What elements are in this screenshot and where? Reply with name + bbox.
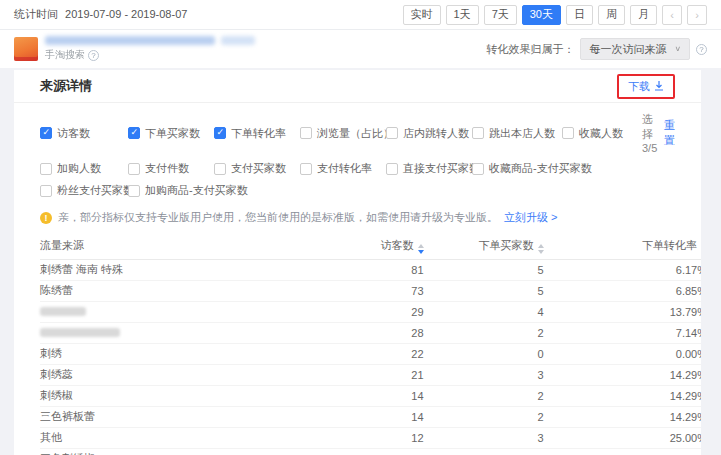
source-cell: 陈绣蕾	[40, 280, 340, 301]
checkbox-icon[interactable]	[562, 127, 574, 139]
column-order-conversion[interactable]: 下单转化率	[544, 233, 701, 259]
one-day-button[interactable]: 1天	[446, 5, 479, 25]
thirty-day-button[interactable]: 30天	[522, 5, 561, 25]
checkbox-label: 支付买家数	[231, 161, 286, 176]
warning-icon: !	[40, 212, 52, 224]
month-button[interactable]: 月	[630, 5, 657, 25]
source-cell-redacted	[40, 322, 340, 343]
metric-in-store-jumps[interactable]: 店内跳转人数	[386, 126, 472, 141]
checkbox-icon[interactable]	[40, 185, 52, 197]
metric-cart-adds[interactable]: 加购人数	[40, 161, 128, 176]
download-button[interactable]: 下载	[628, 79, 664, 94]
metric-fan-paid-buyers[interactable]: 粉丝支付买家数	[40, 183, 128, 198]
column-visitors[interactable]: 访客数	[340, 233, 423, 259]
selection-info: 选择 3/5 重置	[642, 112, 675, 154]
checkbox-icon[interactable]	[300, 127, 312, 139]
checkbox-label: 跳出本店人数	[489, 126, 555, 141]
buyers-cell: 3	[424, 427, 544, 448]
chevron-down-icon: ∨	[674, 45, 681, 53]
metric-row-1: 访客数 下单买家数 下单转化率 浏览量（占比） 店内跳转人数 跳出本店人数 收藏…	[40, 112, 675, 154]
visitors-cell: 21	[340, 364, 423, 385]
metric-order-conversion[interactable]: 下单转化率	[214, 126, 300, 141]
metric-paid-items[interactable]: 支付件数	[128, 161, 214, 176]
checkbox-icon[interactable]	[214, 163, 226, 175]
seven-day-button[interactable]: 7天	[484, 5, 517, 25]
source-cell: 刺绣椒	[40, 385, 340, 406]
product-info: 手淘搜索 ?	[14, 36, 255, 62]
metric-favorites[interactable]: 收藏人数	[562, 126, 642, 141]
visitors-cell: 22	[340, 343, 423, 364]
column-source: 流量来源	[40, 233, 340, 259]
day-button[interactable]: 日	[566, 5, 593, 25]
metric-pageviews-ratio[interactable]: 浏览量（占比）	[300, 126, 386, 141]
checkbox-icon[interactable]	[128, 127, 140, 139]
redacted-text-block	[45, 36, 215, 45]
source-cell: 刺绣	[40, 343, 340, 364]
prev-period-button[interactable]: ‹	[662, 5, 682, 25]
table-row: 刺绣 22 0 0.00%	[40, 343, 701, 364]
sort-icon[interactable]	[418, 244, 424, 254]
help-icon[interactable]: ?	[88, 50, 99, 61]
metric-direct-paid-buyers[interactable]: 直接支付买家数	[386, 161, 472, 176]
metric-visitors[interactable]: 访客数	[40, 126, 128, 141]
checkbox-icon[interactable]	[214, 127, 226, 139]
source-cell: 刺绣蕾 海南 特殊	[40, 259, 340, 280]
page-title: 来源详情	[40, 77, 92, 95]
card-header: 来源详情 下载	[14, 70, 701, 103]
checkbox-icon[interactable]	[128, 163, 140, 175]
upgrade-link[interactable]: 立刻升级 >	[504, 210, 557, 225]
source-cell: 三色裤板蕾	[40, 406, 340, 427]
checkbox-label: 店内跳转人数	[403, 126, 469, 141]
checkbox-label: 收藏商品-支付买家数	[489, 161, 592, 176]
metric-cart-item-paid-buyers[interactable]: 加购商品-支付买家数	[128, 183, 386, 198]
checkbox-icon[interactable]	[40, 163, 52, 175]
metric-paid-conversion[interactable]: 支付转化率	[300, 161, 386, 176]
metric-order-buyers[interactable]: 下单买家数	[128, 126, 214, 141]
sort-icon[interactable]	[538, 244, 544, 254]
reset-button[interactable]: 重置	[664, 118, 675, 148]
checkbox-label: 下单买家数	[145, 126, 200, 141]
visitors-cell: 28	[340, 322, 423, 343]
checkbox-label: 支付转化率	[317, 161, 372, 176]
source-cell: 三色刺绣椒	[40, 448, 340, 455]
buyers-cell: 0	[424, 448, 544, 455]
checkbox-icon[interactable]	[300, 163, 312, 175]
next-period-button[interactable]: ›	[687, 5, 707, 25]
rate-cell: 0.00%	[544, 448, 701, 455]
visitors-cell: 81	[340, 259, 423, 280]
checkbox-icon[interactable]	[386, 127, 398, 139]
buyers-cell: 4	[424, 301, 544, 322]
traffic-source-label: 手淘搜索	[45, 48, 85, 62]
column-order-buyers[interactable]: 下单买家数	[424, 233, 544, 259]
rate-cell: 14.29%	[544, 364, 701, 385]
checkbox-icon[interactable]	[128, 185, 140, 197]
metric-paid-buyers[interactable]: 支付买家数	[214, 161, 300, 176]
buyers-cell: 3	[424, 364, 544, 385]
week-button[interactable]: 周	[598, 5, 625, 25]
checkbox-label: 支付件数	[145, 161, 189, 176]
table-row: 28 2 7.14%	[40, 322, 701, 343]
checkbox-icon[interactable]	[386, 163, 398, 175]
rate-cell: 14.29%	[544, 406, 701, 427]
metric-selector: 访客数 下单买家数 下单转化率 浏览量（占比） 店内跳转人数 跳出本店人数 收藏…	[14, 103, 701, 207]
attribution-dropdown[interactable]: 每一次访问来源 ∨	[580, 38, 690, 60]
attribution-label: 转化效果归属于：	[486, 42, 574, 57]
date-range: 2019-07-09 - 2019-08-07	[65, 8, 187, 20]
visitors-cell: 14	[340, 385, 423, 406]
stat-time-bar: 统计时间 2019-07-09 - 2019-08-07 实时 1天 7天 30…	[0, 0, 721, 30]
checkbox-icon[interactable]	[472, 127, 484, 139]
realtime-button[interactable]: 实时	[403, 5, 441, 25]
metric-row-3: 粉丝支付买家数 加购商品-支付买家数	[40, 183, 675, 198]
visitors-cell: 29	[340, 301, 423, 322]
checkbox-icon[interactable]	[40, 127, 52, 139]
checkbox-icon[interactable]	[472, 163, 484, 175]
rate-cell: 7.14%	[544, 322, 701, 343]
checkbox-label: 加购商品-支付买家数	[145, 183, 248, 198]
metric-favorited-item-paid-buyers[interactable]: 收藏商品-支付买家数	[472, 161, 675, 176]
checkbox-label: 收藏人数	[579, 126, 623, 141]
visitors-cell: 12	[340, 427, 423, 448]
visitors-cell: 73	[340, 280, 423, 301]
metric-store-exits[interactable]: 跳出本店人数	[472, 126, 562, 141]
help-icon[interactable]: ?	[696, 44, 707, 55]
table-row: 刺绣椒 14 2 14.29%	[40, 385, 701, 406]
